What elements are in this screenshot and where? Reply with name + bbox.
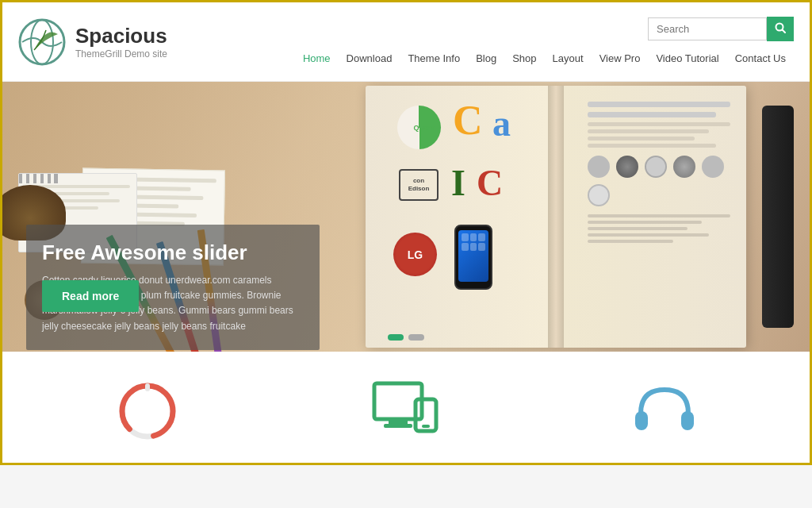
nav-contact[interactable]: Contact Us [727,49,794,67]
tablet-decoration [762,106,794,328]
svg-rect-10 [384,424,412,428]
logo-icon [18,18,66,66]
header: Spacious ThemeGrill Demo site Home Downl… [2,2,810,82]
slider-dot-2[interactable] [408,334,424,341]
features-section [2,352,810,463]
svg-rect-12 [422,425,430,428]
search-icon [775,22,786,33]
feature-gauge [68,375,227,443]
nav-home[interactable]: Home [295,49,339,67]
logo-text: Spacious ThemeGrill Demo site [75,24,167,60]
header-right: Home Download Theme Info Blog Shop Layou… [295,17,794,67]
main-nav: Home Download Theme Info Blog Shop Layou… [295,49,794,67]
headphones-icon [629,375,700,443]
nav-theme-info[interactable]: Theme Info [400,49,468,67]
nav-layout[interactable]: Layout [545,49,592,67]
svg-rect-13 [635,411,648,430]
slider-dot-1[interactable] [388,334,404,341]
nav-shop[interactable]: Shop [504,49,544,67]
logo-subtitle: ThemeGrill Demo site [75,48,167,60]
svg-rect-9 [389,419,408,424]
svg-rect-14 [681,411,694,430]
search-bar [648,17,794,41]
search-button[interactable] [767,17,794,41]
logo-title: Spacious [75,24,167,48]
nav-view-pro[interactable]: View Pro [592,49,649,67]
gauge-icon [112,375,183,443]
read-more-button[interactable]: Read more [42,280,139,312]
logo-area: Spacious ThemeGrill Demo site [18,18,167,66]
svg-point-6 [132,395,163,427]
nav-blog[interactable]: Blog [468,49,504,67]
svg-rect-7 [145,383,150,391]
feature-devices [327,375,485,443]
slider-dots [388,334,424,341]
nav-video-tutorial[interactable]: Video Tutorial [648,49,726,67]
book-visual: Quark C a conEdison I C LG [366,86,746,348]
hero-slider: Quark C a conEdison I C LG [2,82,810,352]
devices-icon [366,375,446,443]
feature-headphones [585,375,744,443]
nav-download[interactable]: Download [339,49,400,67]
search-input[interactable] [648,17,767,40]
hero-title: Free Awesome slider [42,241,304,265]
svg-line-3 [783,29,786,33]
